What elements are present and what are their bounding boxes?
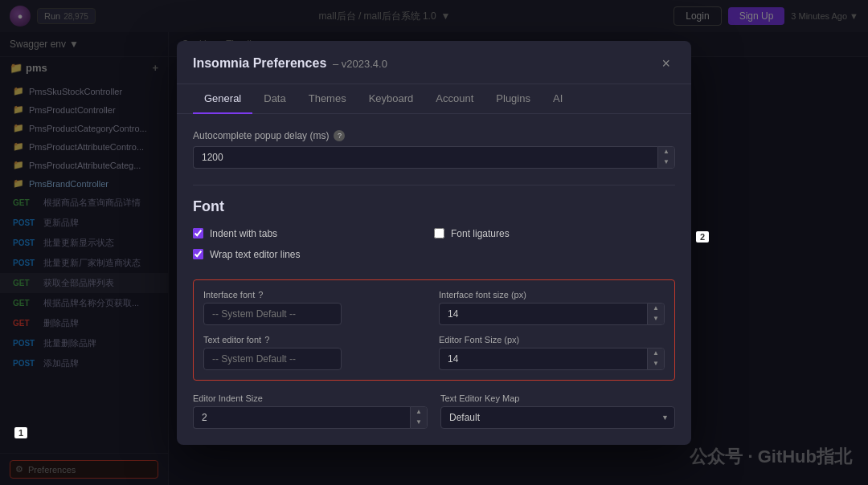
tab-plugins[interactable]: Plugins — [485, 84, 542, 114]
editor-font-size-label-text: Editor Font Size (px) — [439, 335, 519, 344]
tab-general[interactable]: General — [193, 84, 252, 114]
tab-themes[interactable]: Themes — [297, 84, 358, 114]
preferences-modal: Insomnia Preferences – v2023.4.0 × Gener… — [177, 41, 691, 445]
keymap-label-text: Text Editor Key Map — [440, 393, 519, 403]
autocomplete-stepper: ▲ ▼ — [193, 146, 675, 169]
interface-font-help-icon[interactable]: ? — [258, 290, 263, 300]
divider-1 — [193, 185, 675, 185]
interface-font-size-field: Interface font size (px) ▲ ▼ — [439, 290, 665, 325]
editor-indent-label-text: Editor Indent Size — [193, 393, 263, 403]
editor-indent-field: Editor Indent Size ▲ ▼ — [193, 393, 428, 429]
bottom-fields: Editor Indent Size ▲ ▼ T — [193, 393, 675, 429]
text-editor-font-label: Text editor font ? — [203, 335, 429, 344]
editor-font-size-decrement[interactable]: ▼ — [648, 359, 664, 369]
modal-header: Insomnia Preferences – v2023.4.0 × — [177, 41, 691, 84]
keymap-select-wrapper: Default Vim Emacs — [440, 406, 675, 429]
indent-tabs-row: Indent with tabs — [193, 228, 434, 239]
font-section: Font Indent with tabs Font ligatures Wra… — [193, 198, 675, 429]
checkboxes-grid: Indent with tabs Font ligatures Wrap tex… — [193, 228, 675, 267]
autocomplete-field-group: Autocomplete popup delay (ms) ? ▲ ▼ — [193, 130, 675, 169]
modal-backdrop: Insomnia Preferences – v2023.4.0 × Gener… — [0, 0, 868, 485]
editor-font-size-stepper: ▲ ▼ — [439, 348, 665, 370]
modal-title: Insomnia Preferences — [193, 56, 326, 70]
font-grid: Interface font ? Interface font size (px… — [203, 290, 665, 370]
keymap-field: Text Editor Key Map Default Vim Emacs — [440, 393, 675, 429]
editor-indent-stepper: ▲ ▼ — [193, 406, 428, 429]
indent-tabs-label: Indent with tabs — [210, 228, 277, 239]
editor-indent-increment[interactable]: ▲ — [411, 407, 427, 418]
autocomplete-increment[interactable]: ▲ — [658, 147, 674, 157]
font-ligatures-label: Font ligatures — [451, 228, 510, 239]
interface-font-size-label: Interface font size (px) — [439, 290, 665, 300]
tab-keyboard[interactable]: Keyboard — [358, 84, 425, 114]
font-section-title: Font — [193, 198, 675, 215]
interface-font-label-text: Interface font — [203, 290, 255, 300]
text-editor-font-field: Text editor font ? — [203, 335, 429, 370]
modal-version: – v2023.4.0 — [333, 58, 387, 70]
interface-font-size-stepper: ▲ ▼ — [439, 303, 665, 325]
autocomplete-label-text: Autocomplete popup delay (ms) — [193, 130, 329, 141]
interface-font-size-decrement[interactable]: ▼ — [648, 314, 664, 324]
tab-ai[interactable]: AI — [542, 84, 574, 114]
wrap-editor-checkbox[interactable] — [193, 249, 203, 259]
keymap-label: Text Editor Key Map — [440, 393, 675, 403]
text-editor-font-help-icon[interactable]: ? — [264, 335, 269, 344]
editor-font-size-label: Editor Font Size (px) — [439, 335, 665, 344]
editor-font-size-field: Editor Font Size (px) ▲ ▼ — [439, 335, 665, 370]
annotation-1: 1 — [14, 427, 27, 438]
wrap-editor-row: Wrap text editor lines — [193, 249, 434, 260]
annotation-2: 2 — [696, 231, 709, 243]
text-editor-font-input[interactable] — [203, 348, 342, 370]
editor-indent-stepper-buttons: ▲ ▼ — [410, 406, 428, 429]
modal-close-button[interactable]: × — [657, 54, 675, 74]
modal-tabs: General Data Themes Keyboard Account Plu… — [177, 84, 691, 114]
editor-font-size-input[interactable] — [439, 348, 647, 370]
modal-body: Autocomplete popup delay (ms) ? ▲ ▼ Font — [177, 114, 691, 445]
interface-font-size-stepper-buttons: ▲ ▼ — [647, 303, 665, 325]
wrap-editor-label: Wrap text editor lines — [210, 249, 301, 260]
font-ligatures-checkbox[interactable] — [434, 228, 444, 238]
editor-indent-decrement[interactable]: ▼ — [411, 418, 427, 428]
autocomplete-label: Autocomplete popup delay (ms) ? — [193, 130, 675, 141]
editor-font-size-increment[interactable]: ▲ — [648, 348, 664, 359]
interface-font-input[interactable] — [203, 303, 342, 325]
editor-font-size-stepper-buttons: ▲ ▼ — [647, 348, 665, 370]
keymap-select[interactable]: Default Vim Emacs — [440, 406, 675, 429]
autocomplete-help-icon[interactable]: ? — [334, 130, 345, 141]
font-bordered-section: Interface font ? Interface font size (px… — [193, 279, 675, 381]
modal-title-group: Insomnia Preferences – v2023.4.0 — [193, 56, 387, 71]
autocomplete-stepper-buttons: ▲ ▼ — [657, 146, 675, 169]
autocomplete-input[interactable] — [193, 146, 657, 169]
autocomplete-decrement[interactable]: ▼ — [658, 157, 674, 168]
editor-indent-label: Editor Indent Size — [193, 393, 428, 403]
indent-tabs-checkbox[interactable] — [193, 228, 203, 238]
interface-font-field: Interface font ? — [203, 290, 429, 325]
tab-data[interactable]: Data — [252, 84, 297, 114]
interface-font-label: Interface font ? — [203, 290, 429, 300]
font-ligatures-row: Font ligatures — [434, 228, 675, 239]
interface-font-size-increment[interactable]: ▲ — [648, 304, 664, 314]
text-editor-font-label-text: Text editor font — [203, 335, 261, 344]
editor-indent-input[interactable] — [193, 406, 410, 429]
interface-font-size-input[interactable] — [439, 303, 647, 325]
interface-font-size-label-text: Interface font size (px) — [439, 290, 526, 300]
tab-account[interactable]: Account — [424, 84, 485, 114]
